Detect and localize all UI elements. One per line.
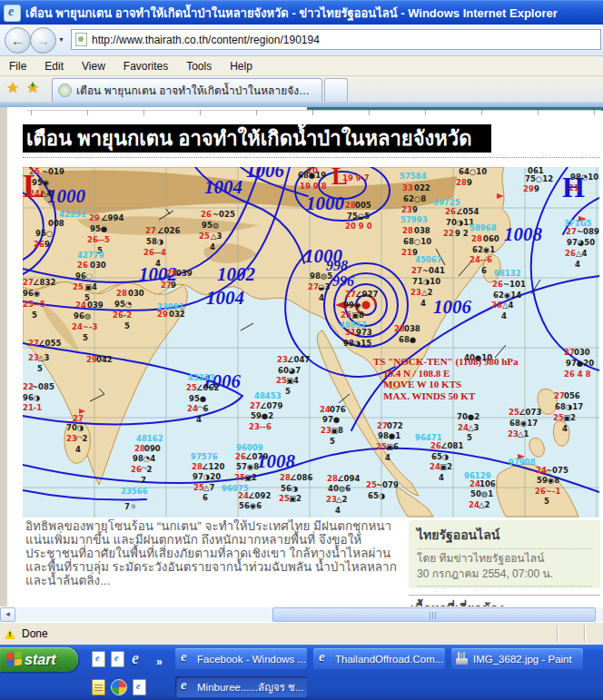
- station-plot: ∠086: [290, 474, 312, 482]
- station-plot: ∠047: [287, 356, 310, 364]
- station-plot: △2: [336, 496, 347, 504]
- station-plot: 056: [564, 392, 580, 400]
- station-plot: 29: [89, 214, 100, 222]
- start-button[interactable]: start: [0, 647, 78, 672]
- storm-info-line: 19.4 N / 108.8 E: [383, 368, 519, 380]
- map-labels-layer: L100010041006100210021004L10001000998996…: [23, 167, 599, 518]
- station-plot: 106: [479, 480, 496, 488]
- station-plot: 26: [201, 211, 212, 219]
- station-plot: ∠079: [245, 453, 268, 461]
- history-dropdown-icon[interactable]: ▼: [58, 36, 64, 43]
- globe-icon[interactable]: [111, 679, 127, 695]
- toolbar-overflow-chevron[interactable]: »: [156, 656, 163, 668]
- back-button[interactable]: ←: [5, 27, 31, 54]
- station-plot: ▣4: [286, 377, 299, 385]
- station-plot: ∠079: [260, 402, 282, 410]
- ie-logo-icon[interactable]: [130, 652, 144, 666]
- taskbar-button[interactable]: Minburee......ลัญจร ช...: [175, 676, 307, 697]
- tab-bar: ★ ★ เตือน พายุนกเตน อาจทำให้เกิดน้ำป่าใน…: [0, 76, 603, 102]
- ie-page-icon[interactable]: [92, 651, 105, 667]
- title-bar: เตือน พายุนกเตน อาจทำให้เกิดน้ำป่าในหลาย…: [0, 0, 603, 25]
- menu-bar: FileEditViewFavoritesToolsHelp: [0, 56, 603, 76]
- station-plot: ~019: [42, 168, 64, 176]
- tab-active[interactable]: เตือน พายุนกเตน อาจทำให้เกิดน้ำป่าในหลาย…: [52, 78, 322, 102]
- menu-edit[interactable]: Edit: [35, 58, 73, 74]
- station-plot: 57◉8: [236, 463, 259, 471]
- taskbar-button[interactable]: ThailandOffroad.Com...: [313, 648, 445, 669]
- storm-info-line: TS "NOCK-TEN" (1108) 980 hPa: [373, 356, 519, 368]
- ie-icon: [179, 680, 193, 694]
- menu-favorites[interactable]: Favorites: [114, 58, 177, 74]
- address-bar[interactable]: http://www.thairath.co.th/content/region…: [71, 29, 601, 50]
- add-favorite-icon[interactable]: ★: [26, 79, 39, 96]
- station-plot: 98◑15: [343, 340, 371, 348]
- menu-view[interactable]: View: [73, 58, 114, 74]
- station-plot: 9: [412, 206, 418, 214]
- new-tab-stub[interactable]: [324, 78, 348, 102]
- station-plot: 26--5: [87, 236, 110, 244]
- station-plot: 70●2: [457, 413, 479, 421]
- article-body: อิทธิพลของพายุโซนร้อน “นกเตน” จะทำให้ประ…: [25, 519, 405, 587]
- menu-tools[interactable]: Tools: [177, 58, 221, 74]
- taskbar-button[interactable]: IMG_3682.jpg - Paint: [451, 648, 583, 669]
- storm-info-line: MOVE W 10 KTS: [383, 379, 519, 390]
- site-favicon: [58, 84, 72, 97]
- ie-page-icon[interactable]: [111, 651, 124, 667]
- station-plot: ▣6: [386, 443, 399, 451]
- station-plot: 60◕7: [278, 367, 301, 375]
- station-plot: 005: [355, 202, 371, 210]
- station-plot: 4: [501, 312, 507, 320]
- status-bar: Done: [0, 622, 603, 645]
- station-plot: 56◉6: [239, 502, 262, 510]
- station-plot: 26: [34, 241, 44, 249]
- taskbar-button-label: IMG_3682.jpg - Paint: [473, 654, 572, 665]
- station-plot: ∠073: [519, 409, 541, 417]
- ie-page-icon[interactable]: [133, 679, 146, 695]
- station-plot: 23: [410, 289, 421, 297]
- station-plot: 9: [44, 241, 50, 249]
- station-plot: △2: [479, 501, 489, 509]
- station-plot: △7: [203, 484, 214, 492]
- station-plot: △3: [468, 424, 479, 432]
- dotted-divider: [417, 586, 592, 587]
- station-plot: 090: [144, 445, 161, 453]
- station-plot: ◠6: [197, 405, 208, 413]
- url-text[interactable]: http://www.thairath.co.th/content/region…: [92, 34, 320, 46]
- notepad-icon[interactable]: [92, 679, 105, 695]
- station-plot: ▣2: [440, 463, 452, 471]
- station-plot: ▣8: [351, 311, 364, 320]
- station-plot: 4: [75, 446, 81, 454]
- taskbar: start » Facebook - Windows ...ThailandOf…: [0, 645, 603, 700]
- station-plot: 26--4: [143, 249, 166, 257]
- horizontal-scrollbar[interactable]: ◄: [0, 606, 603, 622]
- station-plot: ∠055: [38, 340, 61, 348]
- taskbar-button-label: Minburee......ลัญจร ช...: [197, 679, 303, 695]
- task-button-row2: Minburee......ลัญจร ช...: [175, 676, 603, 697]
- station-plot: 4: [575, 261, 580, 269]
- publish-date: 30 กรกฎาคม 2554, 07:00 น.: [417, 568, 592, 580]
- station-plot: ~101: [503, 281, 526, 289]
- station-plot: ∠094: [337, 475, 360, 483]
- forward-button[interactable]: →: [30, 27, 56, 54]
- station-plot: 9: [467, 179, 472, 187]
- scrollbar-thumb[interactable]: [272, 607, 596, 622]
- station-plot: 95●: [189, 395, 206, 403]
- station-plot: 68●: [399, 336, 416, 344]
- station-plot: 65◑: [368, 492, 385, 500]
- pressure-label: 1004: [204, 176, 242, 199]
- favorites-star-icon[interactable]: ★: [6, 79, 19, 96]
- station-plot: ~041: [422, 267, 445, 275]
- station-plot: 96◌: [75, 272, 93, 281]
- menu-file[interactable]: File: [0, 58, 35, 74]
- station-plot: ∠994: [101, 214, 124, 222]
- taskbar-button[interactable]: Facebook - Windows ...: [175, 648, 307, 669]
- station-plot: 4: [155, 260, 161, 268]
- tab-title: เตือน พายุนกเตน อาจทำให้เกิดน้ำป่าในหลาย…: [76, 82, 312, 99]
- menu-help[interactable]: Help: [221, 58, 262, 74]
- station-plot: 21-1: [23, 404, 42, 412]
- station-plot: 24~-3: [72, 323, 97, 331]
- station-plot: 28: [402, 227, 413, 235]
- scroll-left-button[interactable]: ◄: [0, 607, 15, 622]
- station-plot: 48453: [254, 392, 282, 400]
- pressure-label: 1000: [47, 185, 85, 208]
